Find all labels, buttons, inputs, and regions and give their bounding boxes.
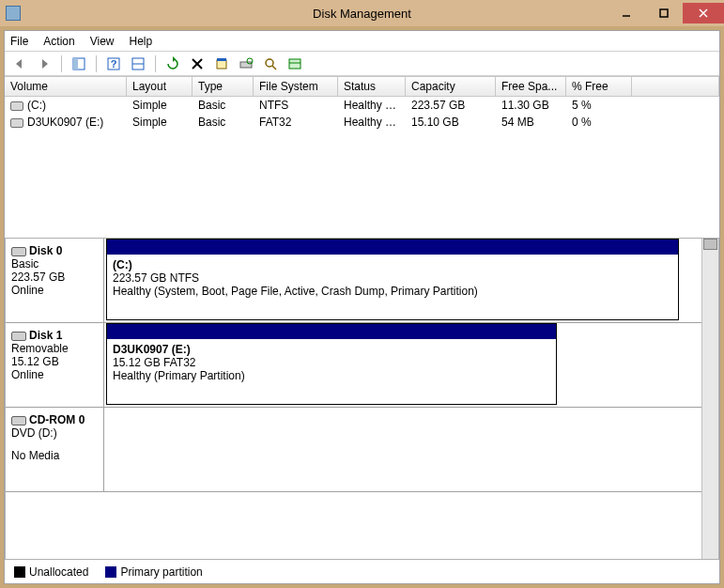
col-percentfree[interactable]: % Free (566, 77, 632, 96)
show-hide-tree-icon[interactable] (69, 54, 88, 73)
client-area: File Action View Help ? Volume Layout Ty… (4, 30, 720, 584)
rescan-disks-icon[interactable] (237, 54, 255, 73)
drive-icon (10, 118, 23, 128)
col-type[interactable]: Type (193, 77, 254, 96)
disk-management-window: Disk Management File Action View Help (0, 0, 724, 588)
menu-view[interactable]: View (90, 35, 115, 48)
menu-help[interactable]: Help (130, 35, 153, 48)
menubar: File Action View Help (5, 31, 719, 52)
col-layout[interactable]: Layout (127, 77, 193, 96)
volume-list[interactable]: (C:)SimpleBasicNTFSHealthy (S...223.57 G… (5, 97, 719, 238)
legend-unallocated: Unallocated (14, 565, 88, 579)
refresh-icon[interactable] (163, 54, 182, 73)
disk-row[interactable]: Disk 1Removable15.12 GBOnlineD3UK0907 (E… (6, 323, 701, 408)
maximize-button[interactable] (645, 3, 683, 23)
back-icon[interactable] (10, 54, 29, 73)
delete-icon[interactable] (188, 54, 207, 73)
svg-point-16 (266, 59, 273, 67)
disk-info-panel[interactable]: Disk 0Basic223.57 GBOnline (6, 239, 104, 322)
svg-rect-18 (289, 59, 300, 69)
close-button[interactable] (683, 3, 724, 23)
col-freespace[interactable]: Free Spa... (496, 77, 566, 96)
settings-icon[interactable] (285, 54, 304, 73)
partition-stripe (107, 240, 678, 255)
window-buttons (608, 3, 724, 23)
help-icon[interactable]: ? (104, 54, 123, 73)
volume-row[interactable]: (C:)SimpleBasicNTFSHealthy (S...223.57 G… (5, 97, 719, 114)
app-icon (6, 6, 21, 21)
search-icon[interactable] (261, 54, 280, 73)
disk-icon (11, 416, 26, 426)
scrollbar-vertical[interactable] (701, 239, 718, 559)
minimize-button[interactable] (608, 3, 645, 23)
disk-icon (11, 247, 26, 256)
partition-block[interactable]: (C:)223.57 GB NTFSHealthy (System, Boot,… (106, 239, 679, 320)
disk-info-panel[interactable]: CD-ROM 0DVD (D:)No Media (6, 408, 104, 491)
graphical-view: Disk 0Basic223.57 GBOnline(C:)223.57 GB … (5, 238, 719, 559)
volume-row[interactable]: D3UK0907 (E:)SimpleBasicFAT32Healthy (P.… (5, 114, 719, 131)
partition-stripe (107, 324, 556, 339)
svg-rect-5 (73, 58, 78, 70)
volume-columns-header: Volume Layout Type File System Status Ca… (5, 76, 719, 97)
toolbar-separator (61, 55, 62, 72)
disk-info-panel[interactable]: Disk 1Removable15.12 GBOnline (6, 323, 104, 407)
toolbar-separator (155, 55, 156, 72)
partition-area: D3UK0907 (E:)15.12 GB FAT32Healthy (Prim… (104, 323, 701, 407)
col-spacer (632, 77, 719, 96)
menu-file[interactable]: File (10, 35, 28, 48)
forward-icon[interactable] (35, 54, 54, 73)
disk-icon (11, 332, 26, 341)
partition-area: (C:)223.57 GB NTFSHealthy (System, Boot,… (104, 239, 701, 322)
detail-layout-icon[interactable] (129, 54, 147, 73)
col-capacity[interactable]: Capacity (406, 77, 496, 96)
svg-rect-14 (240, 62, 252, 68)
partition-block[interactable]: D3UK0907 (E:)15.12 GB FAT32Healthy (Prim… (106, 323, 557, 405)
svg-rect-13 (217, 58, 226, 61)
disk-row[interactable]: Disk 0Basic223.57 GBOnline(C:)223.57 GB … (6, 239, 701, 323)
col-volume[interactable]: Volume (5, 77, 127, 96)
disk-row[interactable]: CD-ROM 0DVD (D:)No Media (6, 408, 701, 492)
svg-rect-1 (660, 9, 668, 17)
titlebar[interactable]: Disk Management (0, 0, 724, 26)
svg-line-17 (272, 66, 276, 70)
svg-rect-12 (217, 60, 226, 69)
col-filesystem[interactable]: File System (254, 77, 338, 96)
svg-text:?: ? (111, 58, 117, 70)
scroll-thumb[interactable] (703, 239, 717, 250)
legend-primary: Primary partition (105, 565, 202, 579)
legend: Unallocated Primary partition (5, 559, 719, 583)
toolbar: ? (5, 52, 719, 76)
drive-icon (10, 101, 23, 111)
window-title: Disk Management (313, 7, 411, 21)
menu-action[interactable]: Action (43, 35, 74, 48)
properties-icon[interactable] (212, 54, 231, 73)
toolbar-separator (96, 55, 97, 72)
col-status[interactable]: Status (338, 77, 406, 96)
partition-area (104, 408, 701, 491)
disk-list[interactable]: Disk 0Basic223.57 GBOnline(C:)223.57 GB … (6, 239, 701, 559)
